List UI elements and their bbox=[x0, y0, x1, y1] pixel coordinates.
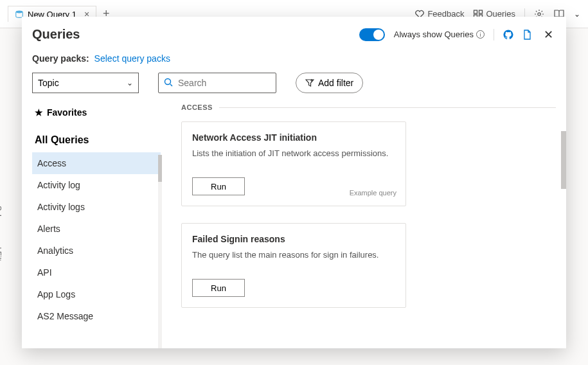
close-dialog-button[interactable]: ✕ bbox=[541, 28, 556, 42]
content-scrollbar[interactable] bbox=[561, 131, 566, 189]
svg-point-6 bbox=[165, 78, 171, 84]
search-input[interactable] bbox=[178, 78, 290, 88]
svg-rect-2 bbox=[479, 10, 483, 13]
card-description: Lists the initiation of JIT network acce… bbox=[192, 148, 395, 159]
category-item[interactable]: App Logs bbox=[32, 283, 161, 305]
search-icon bbox=[164, 78, 173, 89]
chevron-down-icon: ⌄ bbox=[127, 78, 133, 87]
category-item[interactable]: Alerts bbox=[32, 218, 161, 240]
example-tag: Example query bbox=[350, 189, 396, 197]
schema-filter-sidetab[interactable]: Schema and Filter bbox=[0, 206, 3, 268]
svg-point-5 bbox=[538, 12, 540, 15]
add-filter-button[interactable]: Add filter bbox=[296, 73, 363, 93]
search-box[interactable] bbox=[158, 73, 276, 93]
all-queries-heading: All Queries bbox=[32, 128, 161, 152]
category-item[interactable]: API bbox=[32, 262, 161, 283]
svg-rect-1 bbox=[474, 10, 477, 13]
query-card: Failed Signin reasonsThe query list the … bbox=[181, 223, 406, 308]
sidebar-scrollbar[interactable] bbox=[158, 155, 162, 348]
query-card: Network Access JIT initiationLists the i… bbox=[181, 121, 406, 206]
category-item[interactable]: Access bbox=[32, 152, 161, 174]
category-item[interactable]: AS2 Message bbox=[32, 305, 161, 327]
star-icon: ★ bbox=[35, 107, 43, 118]
category-item[interactable]: Activity logs bbox=[32, 196, 161, 218]
card-description: The query list the main reasons for sign… bbox=[192, 249, 395, 261]
always-show-label: Always show Queries i bbox=[394, 30, 485, 39]
query-packs-label: Query packs: bbox=[32, 53, 89, 64]
topic-dropdown[interactable]: Topic ⌄ bbox=[32, 73, 139, 93]
sidebar: ★ Favorites All Queries AccessActivity l… bbox=[32, 103, 161, 348]
queries-dialog: Queries Always show Queries i ✕ Query pa… bbox=[22, 17, 566, 348]
category-item[interactable]: Activity log bbox=[32, 174, 161, 196]
filter-icon bbox=[305, 78, 314, 87]
category-item[interactable]: Analytics bbox=[32, 240, 161, 262]
select-query-packs-link[interactable]: Select query packs bbox=[94, 53, 170, 64]
group-heading: ACCESS bbox=[181, 103, 556, 111]
chevron-down-icon[interactable]: ⌄ bbox=[574, 10, 580, 19]
card-title: Network Access JIT initiation bbox=[192, 132, 395, 143]
github-icon[interactable] bbox=[503, 30, 513, 40]
card-title: Failed Signin reasons bbox=[192, 234, 395, 244]
svg-point-0 bbox=[16, 11, 23, 13]
document-icon[interactable] bbox=[522, 30, 532, 40]
dialog-title: Queries bbox=[32, 27, 80, 42]
run-button[interactable]: Run bbox=[192, 279, 245, 297]
favorites-section[interactable]: ★ Favorites bbox=[32, 103, 161, 128]
run-button[interactable]: Run bbox=[192, 177, 245, 195]
always-show-toggle[interactable] bbox=[359, 28, 385, 41]
info-icon[interactable]: i bbox=[476, 30, 485, 39]
